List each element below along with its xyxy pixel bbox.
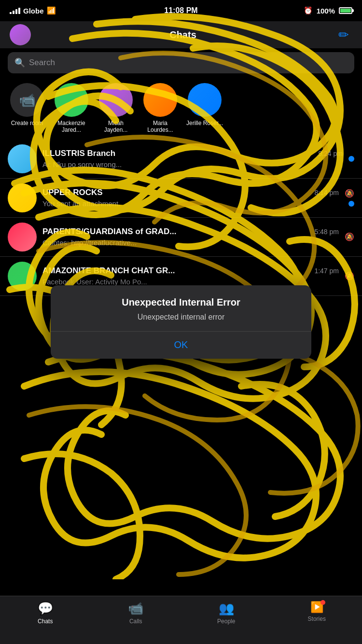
modal-ok-label: OK	[174, 339, 188, 350]
modal-message: Unexpected internal error	[60, 313, 302, 322]
stories-icon-wrap: ▶️	[310, 601, 323, 614]
modal-ok-button[interactable]: OK	[51, 332, 311, 359]
chats-label: Chats	[38, 618, 53, 625]
tab-item-calls[interactable]: 📹 Calls	[91, 601, 181, 625]
tab-bar: 💬 Chats 📹 Calls 👥 People ▶️ Stories	[0, 596, 362, 644]
calls-icon: 📹	[128, 601, 143, 616]
chats-icon: 💬	[38, 601, 53, 616]
stories-badge	[320, 600, 325, 605]
modal-backdrop: Unexpected Internal Error Unexpected int…	[0, 0, 362, 644]
modal-content: Unexpected Internal Error Unexpected int…	[51, 285, 311, 322]
calls-label: Calls	[129, 618, 142, 625]
people-label: People	[217, 618, 235, 625]
people-icon: 👥	[219, 601, 234, 616]
tab-item-people[interactable]: 👥 People	[181, 601, 272, 625]
stories-label: Stories	[308, 616, 326, 622]
modal-title: Unexpected Internal Error	[60, 297, 302, 308]
tab-item-stories[interactable]: ▶️ Stories	[272, 601, 362, 622]
error-dialog: Unexpected Internal Error Unexpected int…	[51, 285, 311, 359]
tab-item-chats[interactable]: 💬 Chats	[0, 601, 91, 625]
